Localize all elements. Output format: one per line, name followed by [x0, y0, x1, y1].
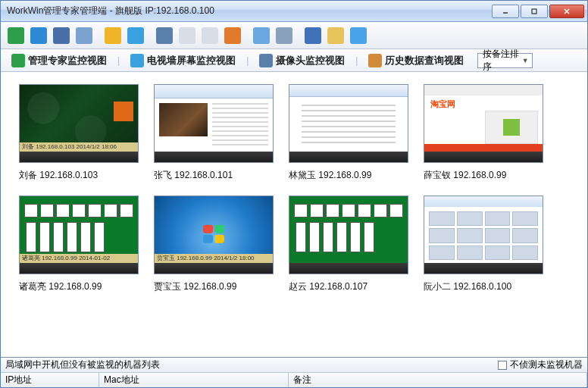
disc-icon [276, 27, 292, 44]
screenshot-preview [289, 196, 408, 274]
mail-icon [179, 27, 195, 44]
client-thumbnail[interactable]: 林黛玉 192.168.0.99 [289, 84, 408, 182]
shield-icon [105, 27, 121, 44]
client-caption: 张飞 192.168.0.101 [154, 169, 233, 182]
folder-button[interactable] [125, 25, 146, 46]
client-caption: 薛宝钗 192.168.0.99 [424, 169, 506, 182]
client-thumbnail[interactable]: 诸葛亮 192.168.0.99 2014-01-02诸葛亮 192.168.0… [19, 196, 139, 293]
network-button[interactable] [251, 25, 272, 46]
camera-icon [224, 27, 241, 44]
client-thumbnail[interactable]: 刘备 192.168.0.103 2014/1/2 18:06刘备 192.16… [19, 84, 139, 182]
view-tab-label: 电视墙屏幕监控视图 [147, 54, 236, 67]
thumbnail-area: 刘备 192.168.0.103 2014/1/2 18:06刘备 192.16… [1, 72, 587, 357]
chevron-down-icon: ▼ [522, 57, 529, 64]
screenshot-status-label: 贾宝玉 192.168.0.99 2014/1/2 18:00 [155, 254, 273, 263]
view-tab-3[interactable]: 历史数据查询视图 [362, 52, 470, 70]
users-button[interactable] [74, 25, 95, 46]
screenshot-preview [154, 84, 274, 163]
help-button[interactable] [348, 25, 369, 46]
book-button[interactable] [302, 25, 324, 46]
client-caption: 阮小二 192.168.0.100 [424, 280, 511, 293]
globe-button[interactable] [28, 25, 49, 46]
disc-button[interactable] [274, 25, 295, 46]
titlebar: WorkWin管理专家管理端 - 旗舰版 IP:192.168.0.100 [1, 1, 587, 22]
contacts-button[interactable] [325, 25, 346, 46]
users-icon [76, 27, 92, 44]
client-thumbnail[interactable]: 赵云 192.168.0.107 [289, 196, 408, 293]
client-caption: 贾宝玉 192.168.0.99 [154, 280, 236, 293]
tvwall-tab-icon [130, 54, 144, 67]
screenshot-status-label: 刘备 192.168.0.103 2014/1/2 18:06 [20, 142, 138, 152]
view-tab-label: 摄像头监控视图 [276, 54, 345, 67]
screenshot-status-label: 诸葛亮 192.168.0.99 2014-01-02 [20, 254, 138, 263]
view-tab-1[interactable]: 电视墙屏幕监控视图 [124, 52, 242, 70]
minimize-button[interactable] [492, 5, 519, 18]
folder-icon [127, 27, 144, 44]
col-ip[interactable]: IP地址 [1, 373, 99, 388]
book-icon [305, 27, 321, 44]
monitor-tab-icon [11, 54, 25, 67]
window-title: WorkWin管理专家管理端 - 旗舰版 IP:192.168.0.100 [7, 5, 490, 17]
maximize-button[interactable] [521, 5, 548, 18]
monitor-icon [8, 27, 24, 44]
detect-checkbox-label: 不侦测未监视机器 [510, 358, 583, 371]
camera-tab-icon [259, 54, 273, 67]
main-toolbar [1, 22, 587, 49]
screenshot-preview: 诸葛亮 192.168.0.99 2014-01-02 [19, 196, 139, 274]
view-tab-2[interactable]: 摄像头监控视图 [253, 52, 351, 70]
network-icon [253, 27, 270, 44]
client-thumbnail[interactable]: 张飞 192.168.0.101 [154, 84, 274, 182]
screen-icon [53, 27, 70, 44]
help-icon [350, 27, 367, 44]
screenshot-preview [424, 196, 543, 274]
display-button[interactable] [154, 25, 175, 46]
mail-out-icon [202, 27, 218, 44]
mail-out-button[interactable] [199, 25, 220, 46]
screenshot-preview: 贾宝玉 192.168.0.99 2014/1/2 18:00 [154, 196, 274, 274]
client-caption: 诸葛亮 192.168.0.99 [19, 280, 102, 293]
view-tab-label: 管理专家监控视图 [28, 54, 107, 67]
client-caption: 刘备 192.168.0.103 [19, 169, 98, 182]
client-thumbnail[interactable]: 阮小二 192.168.0.100 [424, 196, 543, 293]
client-caption: 赵云 192.168.0.107 [289, 280, 368, 293]
sort-selected: 按备注排序 [483, 48, 521, 74]
display-icon [156, 27, 173, 44]
bottom-heading: 局域网中开机但没有被监视的机器列表 [5, 358, 160, 371]
camera-button[interactable] [222, 25, 243, 46]
mail-button[interactable] [177, 25, 198, 46]
view-tabs: 管理专家监控视图|电视墙屏幕监控视图|摄像头监控视图|历史数据查询视图 按备注排… [1, 49, 587, 72]
detect-checkbox[interactable] [498, 361, 507, 370]
client-thumbnail[interactable]: 淘宝网薛宝钗 192.168.0.99 [424, 84, 543, 182]
screenshot-preview: 刘备 192.168.0.103 2014/1/2 18:06 [19, 84, 139, 163]
bottom-panel: 局域网中开机但没有被监视的机器列表 不侦测未监视机器 IP地址 Mac地址 备注 [1, 357, 587, 388]
client-thumbnail[interactable]: 贾宝玉 192.168.0.99 2014/1/2 18:00贾宝玉 192.1… [154, 196, 274, 293]
close-button[interactable] [549, 5, 584, 18]
bottom-table-header: IP地址 Mac地址 备注 [1, 373, 587, 388]
svg-rect-1 [532, 9, 536, 14]
shield-button[interactable] [102, 25, 124, 46]
sort-select[interactable]: 按备注排序 ▼ [477, 53, 532, 68]
client-caption: 林黛玉 192.168.0.99 [289, 169, 371, 182]
view-tab-0[interactable]: 管理专家监控视图 [5, 52, 113, 70]
monitor-button[interactable] [5, 25, 27, 46]
history-tab-icon [368, 54, 382, 67]
contacts-icon [327, 27, 344, 44]
globe-icon [30, 27, 47, 44]
screenshot-preview [289, 84, 408, 163]
screen-button[interactable] [51, 25, 72, 46]
screenshot-preview: 淘宝网 [424, 84, 543, 163]
col-mac[interactable]: Mac地址 [99, 373, 289, 388]
view-tab-label: 历史数据查询视图 [385, 54, 464, 67]
col-remark[interactable]: 备注 [289, 373, 587, 388]
